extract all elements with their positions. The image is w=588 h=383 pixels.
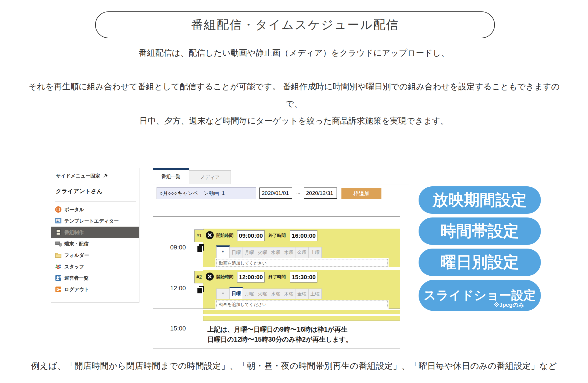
schedule-header-row [153,217,400,227]
day-tab-all[interactable]: ＊ [216,289,230,299]
sidebar: サイドメニュー固定 クライアントさん ポータル テンプレートエディター [51,168,139,303]
sidebar-item-portal[interactable]: ポータル [51,204,139,215]
day-tab-mon[interactable]: 月曜 [243,247,256,258]
day-tab-wed[interactable]: 水曜 [269,289,282,299]
frame-1-tail-strip [203,310,400,314]
copy-frame-icon[interactable] [196,244,205,253]
template-editor-icon [55,217,62,224]
end-time-input[interactable] [290,230,317,241]
day-tab-tue[interactable]: 火曜 [256,289,269,299]
feature-pill-time-slot: 時間帯設定 [419,217,541,245]
sidebar-item-operator-list[interactable]: 運営者一覧 [51,272,139,284]
day-tab-sun[interactable]: 日曜 [229,287,243,299]
sidebar-pin-label: サイドメニュー固定 [56,173,100,179]
time-header-cell [153,217,203,227]
schedule-note: 上記は、月曜〜日曜日の9時〜16時は枠1が再生 日曜日の12時〜15時30分のみ… [207,324,352,344]
schedule-note-line: 上記は、月曜〜日曜日の9時〜16時は枠1が再生 [207,324,352,334]
pill-note: ※Jpegのみ [494,301,524,309]
sidebar-item-staff[interactable]: スタッフ [51,261,139,272]
sidebar-item-label: スタッフ [64,263,84,270]
day-tab-thu[interactable]: 木曜 [282,289,295,299]
day-tabs: ＊ 日曜 月曜 火曜 水曜 木曜 金曜 土曜 [216,286,321,299]
tab-program-list[interactable]: 番組一覧 [153,168,189,183]
pill-label: 放映期間設定 [433,190,527,211]
sidebar-item-device-delivery[interactable]: 端末・配信 [51,238,139,249]
copy-frame-icon[interactable] [196,285,205,294]
sidebar-item-label: ポータル [64,206,84,213]
start-time-label: 開始時間 [216,274,233,280]
feature-pill-slideshow: スライドショー設定 ※Jpegのみ [419,280,541,311]
add-media-field[interactable] [216,301,388,308]
folder-icon [55,252,62,259]
sidebar-item-label: 端末・配信 [64,241,89,247]
feature-pill-day-of-week: 曜日別設定 [419,249,541,276]
pushpin-icon [102,173,108,179]
day-tab-sun[interactable]: 日曜 [229,247,243,258]
frame-number-tag: #2 [194,271,204,283]
sidebar-item-logout[interactable]: ログアウト [51,284,139,295]
portal-icon [55,206,62,213]
schedule-frame-2: #2 開始時間 終了時間 ＊ 日曜 月曜 火曜 [203,270,400,309]
day-tab-all[interactable]: ＊ [216,245,230,258]
sidebar-item-label: テンプレートエディター [64,218,119,224]
start-time-label: 開始時間 [216,233,233,238]
frame-number-tag: #1 [194,229,204,242]
tab-label: メディア [200,174,220,181]
staff-icon [55,263,62,270]
sidebar-divider [55,201,136,201]
frame-2-tail-strip [203,316,400,321]
page-title-text: 番組配信・タイムスケジュール配信 [191,17,399,33]
date-range-separator: ~ [293,188,303,199]
sidebar-menu: ポータル テンプレートエディター 番組制作 端末・配信 [51,203,139,295]
main-panel: 番組一覧 メディア ~ 枠追加 09:00 12:00 [153,168,409,332]
sidebar-pin-row[interactable]: サイドメニュー固定 [51,168,139,179]
pill-label: 時間帯設定 [441,221,519,242]
delete-frame-icon[interactable] [205,231,214,239]
day-tabs: ＊ 日曜 月曜 火曜 水曜 木曜 金曜 土曜 [216,245,321,258]
day-tab-mon[interactable]: 月曜 [243,289,256,299]
client-name: クライアントさん [51,179,139,195]
day-tab-fri[interactable]: 金曜 [295,289,309,299]
day-tab-sat[interactable]: 土曜 [308,247,322,258]
page-title: 番組配信・タイムスケジュール配信 [95,11,495,38]
add-frame-button[interactable]: 枠追加 [341,188,381,199]
start-time-input[interactable] [237,272,265,283]
intro-text: 番組配信は、配信したい動画や静止画（メディア）をクラウドにアップロードし、 それ… [0,44,588,129]
schedule-note-line: 日曜日の12時〜15時30分のみ枠2が再生します。 [207,334,352,344]
day-tab-tue[interactable]: 火曜 [256,247,269,258]
panel-content: ~ 枠追加 09:00 12:00 15:00 #1 [153,184,409,333]
program-production-icon [55,229,62,236]
add-media-field[interactable] [216,259,388,267]
footer-examples-text: 例えば、「開店時間から閉店時間までの時間設定」、「朝・昼・夜の時間帯別再生の番組… [0,360,588,372]
end-time-label: 終了時間 [269,233,286,238]
device-delivery-icon [55,240,62,247]
schedule-table: 09:00 12:00 15:00 #1 開始時間 [153,216,400,348]
sidebar-item-label: 番組制作 [64,229,84,236]
tab-label: 番組一覧 [161,173,181,180]
sidebar-item-label: 運営者一覧 [64,275,89,281]
day-tab-thu[interactable]: 木曜 [282,247,295,258]
program-name-input[interactable] [157,187,256,199]
end-date-input[interactable] [304,188,337,199]
day-tab-sat[interactable]: 土曜 [308,289,322,299]
tab-media[interactable]: メディア [189,170,231,184]
sidebar-item-program-production[interactable]: 番組制作 [51,227,139,238]
day-tab-wed[interactable]: 水曜 [269,247,282,258]
page: 番組配信・タイムスケジュール配信 番組配信は、配信したい動画や静止画（メディア）… [0,0,588,383]
start-date-input[interactable] [259,188,292,199]
start-time-input[interactable] [237,230,265,241]
sidebar-item-label: フォルダー [64,252,89,259]
intro-line: で、 [0,95,588,112]
time-label: 15:00 [153,309,203,348]
intro-line: それを再生順に組み合わせて番組として配信することが可能です。 番組作成時に時間別… [0,78,588,95]
operator-list-icon [55,275,62,281]
delete-frame-icon[interactable] [205,272,214,281]
day-tab-fri[interactable]: 金曜 [295,247,309,258]
end-time-input[interactable] [290,272,317,283]
schedule-frame-1: #1 開始時間 終了時間 ＊ 日曜 月曜 火曜 [203,229,400,267]
feature-pill-broadcast-period: 放映期間設定 [419,186,541,214]
sidebar-item-template-editor[interactable]: テンプレートエディター [51,215,139,227]
sidebar-item-folder[interactable]: フォルダー [51,249,139,261]
sidebar-item-label: ログアウト [64,286,89,293]
end-time-label: 終了時間 [269,274,286,280]
